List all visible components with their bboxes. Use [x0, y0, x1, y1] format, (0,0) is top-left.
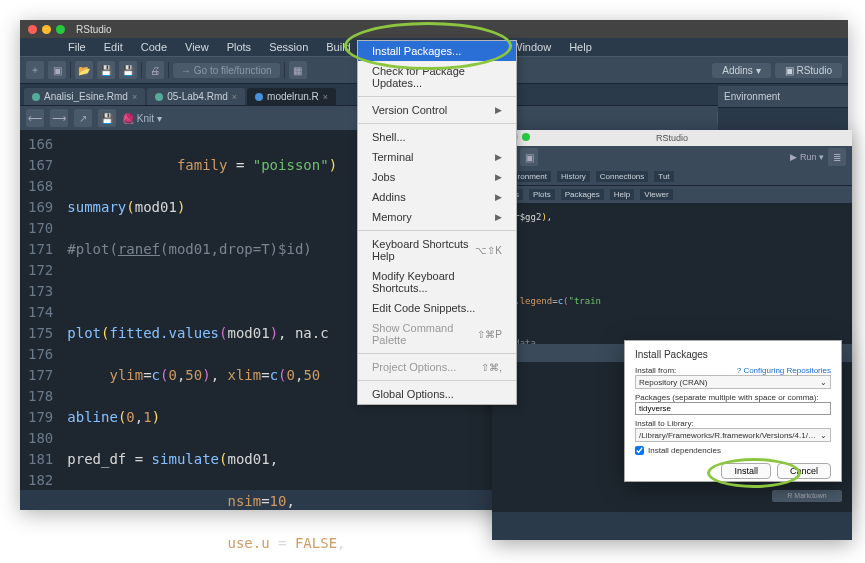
- library-label: Install to Library:: [635, 419, 694, 428]
- close-icon[interactable]: ×: [323, 92, 328, 102]
- minimize-window-icon[interactable]: [42, 25, 51, 34]
- second-files-tabs: Files Plots Packages Help Viewer: [492, 186, 852, 204]
- tab-help[interactable]: Help: [610, 189, 634, 200]
- r-icon: [255, 93, 263, 101]
- tab-tutorial[interactable]: Tut: [654, 171, 673, 182]
- separator: [358, 230, 516, 231]
- grid-icon[interactable]: ▦: [289, 61, 307, 79]
- app-title: RStudio: [76, 24, 112, 35]
- install-deps-checkbox[interactable]: Install dependencies: [635, 446, 831, 455]
- tab-history[interactable]: History: [557, 171, 590, 182]
- install-from-label: Install from:: [635, 366, 676, 375]
- show-in-new-window-icon[interactable]: ↗: [74, 109, 92, 127]
- second-code-view[interactable]: i_tr$gg2), UE) 21),legend=c("train NG da…: [492, 204, 852, 344]
- menu-keyboard-shortcuts-help[interactable]: Keyboard Shortcuts Help⌥⇧K: [358, 234, 516, 266]
- save-icon[interactable]: 💾: [98, 109, 116, 127]
- menu-view[interactable]: View: [185, 41, 209, 53]
- menu-command-palette[interactable]: Show Command Palette⇧⌘P: [358, 318, 516, 350]
- zoom-window-icon[interactable]: [56, 25, 65, 34]
- menu-edit-snippets[interactable]: Edit Code Snippets...: [358, 298, 516, 318]
- menu-shell[interactable]: Shell...: [358, 127, 516, 147]
- separator: [358, 123, 516, 124]
- tab-plots[interactable]: Plots: [529, 189, 555, 200]
- titlebar: RStudio: [492, 130, 852, 146]
- menu-file[interactable]: File: [68, 41, 86, 53]
- rmd-icon: [32, 93, 40, 101]
- second-toolbar: ▣ ▣ ▶ Run ▾ ≣: [492, 146, 852, 168]
- menu-edit[interactable]: Edit: [104, 41, 123, 53]
- rmd-icon: [155, 93, 163, 101]
- chevron-right-icon: ▶: [495, 192, 502, 202]
- menu-window[interactable]: Window: [512, 41, 551, 53]
- tab-viewer[interactable]: Viewer: [640, 189, 672, 200]
- close-icon[interactable]: ×: [132, 92, 137, 102]
- addins-button[interactable]: Addins ▾: [712, 63, 770, 78]
- menu-version-control[interactable]: Version Control▶: [358, 100, 516, 120]
- chevron-right-icon: ▶: [495, 152, 502, 162]
- save-icon[interactable]: 💾: [97, 61, 115, 79]
- checkbox-icon[interactable]: [635, 446, 644, 455]
- tab-analisi-esine[interactable]: Analisi_Esine.Rmd×: [24, 88, 145, 105]
- menu-help[interactable]: Help: [569, 41, 592, 53]
- separator: [358, 353, 516, 354]
- menu-code[interactable]: Code: [141, 41, 167, 53]
- separator: [358, 380, 516, 381]
- chevron-right-icon: ▶: [495, 105, 502, 115]
- project-button[interactable]: ▣ RStudio: [775, 63, 842, 78]
- rmarkdown-badge[interactable]: R Markdown: [772, 490, 842, 502]
- separator: [168, 62, 169, 78]
- configuring-repos-link[interactable]: ? Configuring Repositories: [737, 366, 831, 375]
- run-button[interactable]: ▶ Run ▾: [790, 152, 824, 162]
- menu-memory[interactable]: Memory▶: [358, 207, 516, 227]
- menu-jobs[interactable]: Jobs▶: [358, 167, 516, 187]
- close-icon[interactable]: ×: [232, 92, 237, 102]
- separator: [358, 96, 516, 97]
- chevron-down-icon: ⌄: [820, 378, 827, 387]
- separator: [284, 62, 285, 78]
- close-window-icon[interactable]: [28, 25, 37, 34]
- second-env-tabs: Environment History Connections Tut: [492, 168, 852, 186]
- zoom-window-icon[interactable]: [522, 133, 530, 141]
- chevron-right-icon: ▶: [495, 172, 502, 182]
- icon[interactable]: ▣: [520, 148, 538, 166]
- save-all-icon[interactable]: 💾: [119, 61, 137, 79]
- menu-session[interactable]: Session: [269, 41, 308, 53]
- print-icon[interactable]: 🖨: [146, 61, 164, 79]
- packages-label: Packages (separate multiple with space o…: [635, 393, 819, 402]
- line-numbers: 166 167 168 169 170 171 172 173 174 175 …: [20, 130, 67, 490]
- back-icon[interactable]: ⟵: [26, 109, 44, 127]
- tools-menu: Install Packages... Check for Package Up…: [357, 40, 517, 405]
- menu-install-packages[interactable]: Install Packages...: [358, 41, 516, 61]
- menu-terminal[interactable]: Terminal▶: [358, 147, 516, 167]
- cancel-button[interactable]: Cancel: [777, 463, 831, 479]
- menu-plots[interactable]: Plots: [227, 41, 251, 53]
- knit-button[interactable]: 🧶 Knit ▾: [122, 113, 162, 124]
- tab-packages[interactable]: Packages: [561, 189, 604, 200]
- new-project-icon[interactable]: ▣: [48, 61, 66, 79]
- open-file-icon[interactable]: 📂: [75, 61, 93, 79]
- separator: [141, 62, 142, 78]
- chevron-right-icon: ▶: [495, 212, 502, 222]
- window-title: RStudio: [656, 133, 688, 143]
- install-from-select[interactable]: Repository (CRAN)⌄: [635, 375, 831, 389]
- install-packages-dialog: Install Packages Install from: ? Configu…: [624, 340, 842, 482]
- forward-icon[interactable]: ⟶: [50, 109, 68, 127]
- menu-build[interactable]: Build: [326, 41, 350, 53]
- tab-05-lab4[interactable]: 05-Lab4.Rmd×: [147, 88, 245, 105]
- new-file-icon[interactable]: ＋: [26, 61, 44, 79]
- titlebar: RStudio: [20, 20, 848, 38]
- tab-connections[interactable]: Connections: [596, 171, 648, 182]
- menu-check-updates[interactable]: Check for Package Updates...: [358, 61, 516, 93]
- install-button[interactable]: Install: [721, 463, 771, 479]
- menu-addins[interactable]: Addins▶: [358, 187, 516, 207]
- menu-global-options[interactable]: Global Options...: [358, 384, 516, 404]
- separator: [70, 62, 71, 78]
- tab-modelrun[interactable]: modelrun.R×: [247, 88, 336, 105]
- icon[interactable]: ≣: [828, 148, 846, 166]
- tab-environment[interactable]: Environment: [724, 91, 780, 102]
- packages-input[interactable]: [635, 402, 831, 415]
- library-select[interactable]: /Library/Frameworks/R.framework/Versions…: [635, 428, 831, 442]
- goto-file-input[interactable]: → Go to file/function: [173, 63, 280, 78]
- menu-modify-shortcuts[interactable]: Modify Keyboard Shortcuts...: [358, 266, 516, 298]
- menu-project-options[interactable]: Project Options...⇧⌘,: [358, 357, 516, 377]
